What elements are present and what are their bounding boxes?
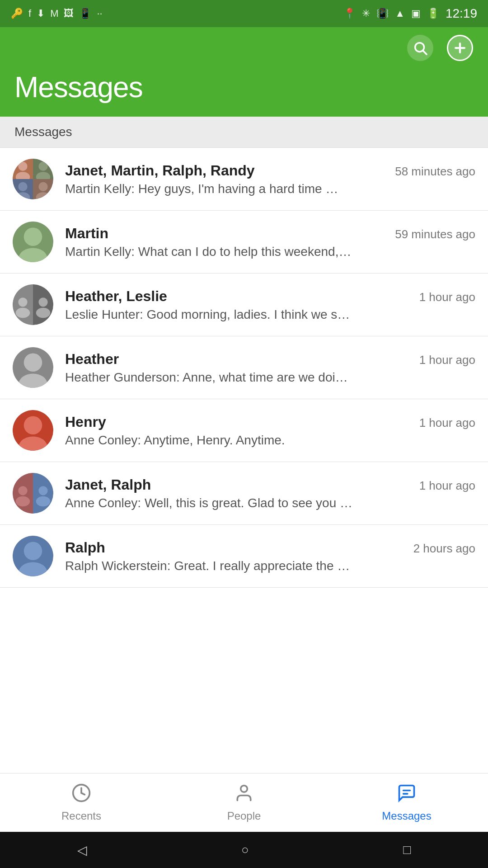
lock-icon: 🔑 — [11, 8, 23, 19]
section-label: Messages — [0, 117, 488, 148]
list-item[interactable]: Martin 59 minutes ago Martin Kelly: What… — [0, 211, 488, 274]
download-icon: ⬇ — [37, 8, 45, 19]
message-content: Heather, Leslie 1 hour ago Leslie Hunter… — [65, 288, 475, 322]
location-icon: 📍 — [343, 8, 356, 19]
svg-point-18 — [24, 354, 42, 372]
message-time: 1 hour ago — [419, 416, 475, 430]
tab-messages[interactable]: Messages — [325, 774, 488, 832]
message-time: 59 minutes ago — [395, 227, 475, 241]
svg-point-15 — [16, 308, 30, 318]
message-content: Janet, Ralph 1 hour ago Anne Conley: Wel… — [65, 476, 475, 510]
battery-icon: 🔋 — [427, 8, 439, 19]
svg-point-25 — [36, 496, 51, 507]
message-name: Janet, Martin, Ralph, Randy — [65, 162, 255, 179]
recent-button[interactable]: □ — [403, 843, 411, 857]
svg-point-20 — [24, 416, 42, 435]
svg-point-4 — [18, 162, 27, 171]
svg-point-6 — [38, 162, 47, 171]
message-preview: Leslie Hunter: Good morning, ladies. I t… — [65, 307, 475, 322]
avatar — [13, 536, 53, 576]
message-name: Heather, Leslie — [65, 288, 167, 305]
svg-point-29 — [241, 786, 248, 793]
message-preview: Ralph Wickerstein: Great. I really appre… — [65, 559, 475, 573]
svg-point-24 — [38, 486, 47, 495]
vibrate-icon: 📳 — [376, 8, 389, 19]
list-item[interactable]: Heather, Leslie 1 hour ago Leslie Hunter… — [0, 274, 488, 336]
svg-point-9 — [16, 192, 30, 199]
chat-icon — [397, 783, 417, 807]
message-name: Ralph — [65, 539, 105, 556]
message-preview: Heather Gunderson: Anne, what time are w… — [65, 370, 475, 385]
list-item[interactable]: Henry 1 hour ago Anne Conley: Anytime, H… — [0, 399, 488, 462]
message-content: Martin 59 minutes ago Martin Kelly: What… — [65, 225, 475, 259]
svg-point-8 — [18, 182, 27, 191]
tab-people-label: People — [227, 810, 261, 822]
status-icons-left: 🔑 f ⬇ M 🖼 📱 ·· — [11, 8, 103, 19]
svg-point-23 — [16, 496, 30, 507]
facebook-icon: f — [28, 8, 31, 19]
svg-point-11 — [36, 192, 51, 199]
avatar — [13, 347, 53, 388]
message-time: 1 hour ago — [419, 290, 475, 304]
message-preview: Anne Conley: Anytime, Henry. Anytime. — [65, 433, 475, 448]
message-time: 1 hour ago — [419, 353, 475, 367]
status-icons-right: 📍 ✳ 📳 ▲ ▣ 🔋 12:19 — [343, 6, 477, 21]
svg-point-17 — [36, 308, 51, 318]
svg-point-14 — [18, 297, 27, 307]
add-icon — [452, 40, 468, 56]
message-content: Ralph 2 hours ago Ralph Wickerstein: Gre… — [65, 539, 475, 573]
svg-line-1 — [423, 51, 427, 54]
android-nav: ◁ ○ □ — [0, 832, 488, 868]
message-time: 58 minutes ago — [395, 165, 475, 179]
avatar — [13, 284, 53, 325]
avatar — [13, 410, 53, 451]
svg-point-22 — [18, 486, 27, 495]
message-preview: Martin Kelly: What can I do to help this… — [65, 245, 475, 259]
list-item[interactable]: Janet, Ralph 1 hour ago Anne Conley: Wel… — [0, 462, 488, 525]
message-content: Janet, Martin, Ralph, Randy 58 minutes a… — [65, 162, 475, 196]
tab-recents-label: Recents — [61, 810, 101, 822]
message-time: 1 hour ago — [419, 479, 475, 493]
search-icon — [413, 40, 428, 56]
message-name: Janet, Ralph — [65, 476, 151, 493]
svg-point-26 — [24, 542, 42, 561]
list-item[interactable]: Ralph 2 hours ago Ralph Wickerstein: Gre… — [0, 525, 488, 588]
list-item[interactable]: Janet, Martin, Ralph, Randy 58 minutes a… — [0, 148, 488, 211]
svg-point-10 — [38, 182, 47, 191]
message-name: Henry — [65, 414, 106, 430]
photos-icon: 🖼 — [64, 8, 74, 19]
message-content: Heather 1 hour ago Heather Gunderson: An… — [65, 351, 475, 385]
svg-point-12 — [24, 228, 42, 246]
list-item[interactable]: Heather 1 hour ago Heather Gunderson: An… — [0, 336, 488, 399]
header-actions — [14, 34, 474, 61]
back-button[interactable]: ◁ — [77, 843, 87, 858]
svg-point-21 — [19, 437, 47, 451]
page-title: Messages — [14, 71, 474, 104]
add-button[interactable] — [446, 34, 474, 61]
svg-point-13 — [19, 248, 47, 263]
svg-point-7 — [36, 172, 51, 179]
bluetooth-icon: ✳ — [362, 8, 370, 19]
phone-icon: 📱 — [79, 8, 91, 19]
clock-icon — [71, 783, 91, 807]
search-button[interactable] — [407, 34, 434, 61]
status-bar: 🔑 f ⬇ M 🖼 📱 ·· 📍 ✳ 📳 ▲ ▣ 🔋 12:19 — [0, 0, 488, 27]
tab-people[interactable]: People — [163, 774, 325, 832]
message-time: 2 hours ago — [413, 542, 475, 556]
app-header: Messages — [0, 27, 488, 117]
avatar — [13, 159, 53, 199]
person-icon — [234, 783, 254, 807]
message-name: Martin — [65, 225, 108, 242]
svg-point-16 — [38, 297, 47, 307]
svg-point-27 — [19, 562, 47, 577]
tab-recents[interactable]: Recents — [0, 774, 163, 832]
avatar — [13, 222, 53, 262]
home-button[interactable]: ○ — [241, 843, 249, 857]
signal-icon: ▣ — [411, 8, 421, 19]
svg-point-19 — [19, 374, 47, 388]
bottom-nav: Recents People Messages — [0, 773, 488, 832]
status-time: 12:19 — [446, 6, 477, 21]
message-name: Heather — [65, 351, 119, 368]
tab-messages-label: Messages — [382, 810, 431, 822]
avatar — [13, 473, 53, 514]
